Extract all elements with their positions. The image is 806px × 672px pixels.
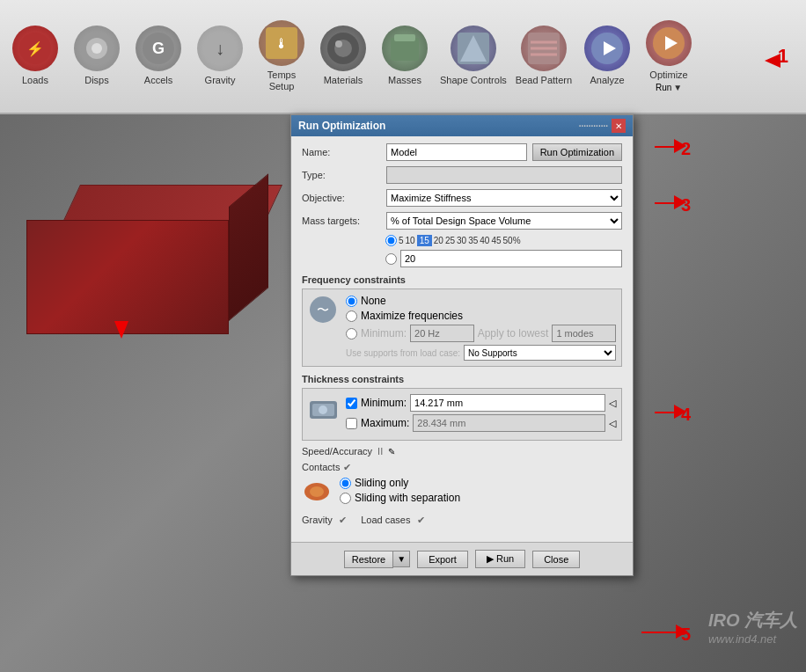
mass-30[interactable]: 30: [457, 236, 466, 245]
dialog-titlebar: Run Optimization ············ ✕: [291, 115, 633, 136]
close-button[interactable]: Close: [532, 551, 580, 568]
watermark-logo: IRO 汽车人: [708, 609, 797, 632]
freq-minimum-label: Minimum:: [361, 327, 407, 340]
main-area: IRO 汽车人 www.ind4.net Run Optimization ··…: [0, 114, 806, 672]
loadcases-row: Load cases ✔: [361, 514, 425, 526]
run-button[interactable]: ▶ Run: [475, 550, 525, 568]
freq-none-label: None: [361, 295, 386, 307]
mass-targets-select[interactable]: % of Total Design Space Volume: [386, 212, 622, 230]
toolbar-item-analyze[interactable]: Analyze: [581, 26, 634, 86]
box-load-arrow: [114, 321, 128, 339]
mass-5[interactable]: 5: [399, 236, 404, 245]
contacts-val: ✔: [343, 462, 351, 473]
mass-20[interactable]: 20: [434, 236, 443, 245]
annotation-3: 3: [681, 195, 691, 215]
dialog-title: Run Optimization: [298, 120, 385, 132]
beadpattern-label: Bead Pattern: [516, 75, 572, 86]
export-button[interactable]: Export: [417, 551, 468, 568]
analyze-label: Analyze: [590, 75, 624, 86]
mass-50[interactable]: 50%: [503, 236, 521, 245]
watermark: IRO 汽车人 www.ind4.net: [708, 609, 797, 646]
svg-text:↓: ↓: [216, 39, 224, 58]
freq-supports-select[interactable]: No Supports: [464, 345, 616, 361]
sliding-separation-label: Sliding with separation: [355, 492, 460, 504]
freq-options: None Maximize frequencies Minimum: Apply…: [346, 295, 616, 361]
toolbar-item-shapecontrols[interactable]: Shape Controls: [440, 26, 507, 86]
thickness-min-checkbox[interactable]: [346, 398, 357, 409]
mass-targets-row: Mass targets: % of Total Design Space Vo…: [302, 212, 622, 230]
mass-radio-percent[interactable]: [385, 235, 397, 246]
freq-apply-label: Apply to lowest: [478, 327, 549, 340]
freq-supports-row: Use supports from load case: No Supports: [346, 345, 616, 361]
thickness-min-input[interactable]: [410, 394, 605, 412]
contacts-header-row: Contacts ✔: [302, 462, 622, 473]
sliding-only-radio[interactable]: [340, 478, 351, 489]
mass-45[interactable]: 45: [491, 236, 501, 245]
gravity-icon: ↓: [197, 26, 243, 71]
mass-radio-custom[interactable]: [385, 253, 397, 265]
toolbar-item-loads[interactable]: ⚡ Loads: [9, 26, 62, 86]
dialog-body: Name: Run Optimization Type: Topology Ob…: [291, 136, 633, 537]
annotation-4: 4: [681, 405, 691, 425]
gravity-loadcases-row: Gravity ✔ Load cases ✔: [302, 514, 622, 526]
toolbar-item-accels[interactable]: G Accels: [132, 26, 185, 86]
run-dropdown[interactable]: ▼: [673, 83, 682, 92]
name-input[interactable]: [386, 143, 527, 161]
thickness-options: Minimum: ◁ Maximum: ◁: [346, 394, 616, 435]
thickness-max-checkbox[interactable]: [346, 418, 357, 429]
thickness-min-unit: ◁: [609, 398, 616, 409]
mass-targets-label: Mass targets:: [302, 215, 381, 226]
freq-maximize-radio[interactable]: [346, 310, 357, 322]
contacts-icon: [302, 477, 333, 510]
annotation-2: 2: [681, 139, 691, 159]
toolbar-item-optimize[interactable]: Optimize Run ▼: [642, 20, 695, 92]
freq-maximize-row: Maximize frequencies: [346, 310, 616, 322]
toolbar: ⚡ Loads Disps G Accels ↓: [0, 0, 806, 114]
mass-percent-row: 5 10 15 20 25 30 35 40 45 50%: [385, 235, 622, 246]
accels-label: Accels: [144, 75, 172, 86]
mass-40[interactable]: 40: [480, 236, 489, 245]
svg-point-13: [335, 40, 342, 47]
restore-button[interactable]: Restore: [344, 551, 394, 568]
mass-25[interactable]: 25: [445, 236, 455, 245]
thickness-icon: [308, 394, 339, 435]
freq-none-radio[interactable]: [346, 296, 357, 307]
svg-point-4: [92, 43, 102, 54]
restore-wrap: Restore ▼: [344, 551, 410, 568]
speed-toggle-icon[interactable]: ✎: [388, 447, 395, 457]
objective-select[interactable]: Maximize Stiffness: [386, 189, 622, 207]
toolbar-item-beadpattern[interactable]: Bead Pattern: [516, 26, 572, 86]
analyze-icon: [584, 26, 630, 71]
loadcases-label: Load cases: [361, 515, 410, 525]
run-label: Run: [656, 83, 671, 92]
dialog-close-button[interactable]: ✕: [612, 119, 626, 133]
masses-icon: [382, 26, 428, 71]
toolbar-item-disps[interactable]: Disps: [70, 26, 123, 86]
restore-dropdown-button[interactable]: ▼: [393, 551, 410, 567]
toolbar-item-masses[interactable]: Masses: [378, 26, 431, 86]
watermark-url: www.ind4.net: [708, 632, 797, 646]
shapecontrols-label: Shape Controls: [440, 75, 507, 86]
thickness-min-label: Minimum:: [361, 397, 407, 409]
toolbar-item-gravity[interactable]: ↓ Gravity: [194, 26, 246, 86]
mass-custom-input[interactable]: [400, 250, 622, 267]
freq-minimum-radio[interactable]: [346, 328, 357, 340]
run-optimization-dialog: Run Optimization ············ ✕ Name: Ru…: [290, 114, 634, 576]
freq-minimum-input: [410, 325, 474, 342]
toolbar-item-materials[interactable]: Materials: [317, 26, 370, 86]
mass-35[interactable]: 35: [468, 236, 478, 245]
disps-label: Disps: [84, 75, 109, 86]
mass-10[interactable]: 10: [406, 236, 415, 245]
dialog-overlay: Run Optimization ············ ✕ Name: Ru…: [290, 114, 642, 660]
box-front-face: [26, 220, 229, 334]
run-optimization-button[interactable]: Run Optimization: [532, 143, 622, 161]
mass-15[interactable]: 15: [417, 235, 432, 246]
materials-icon: [320, 26, 366, 71]
gravity-label: Gravity: [302, 515, 333, 525]
contacts-section: Contacts ✔: [302, 462, 622, 473]
toolbar-item-temps[interactable]: 🌡 Temps Setup: [255, 20, 308, 92]
sliding-separation-radio[interactable]: [340, 493, 351, 504]
loads-label: Loads: [22, 75, 48, 86]
freq-supports-label: Use supports from load case:: [346, 348, 460, 358]
materials-label: Materials: [324, 75, 363, 86]
